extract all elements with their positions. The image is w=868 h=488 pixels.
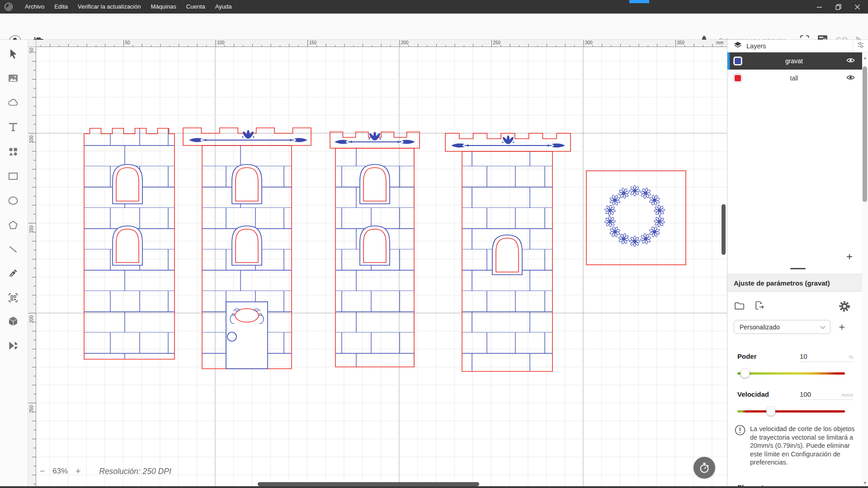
tool-box-3d-icon[interactable]	[7, 315, 20, 328]
preset-row: Personalizado +	[734, 320, 862, 334]
layer-name[interactable]: gravat	[742, 57, 846, 65]
tool-vector-extract-icon[interactable]	[7, 292, 20, 305]
power-value[interactable]: 10	[800, 352, 807, 360]
menu-edita[interactable]: Edita	[49, 0, 73, 14]
action-toolbar: Seleccione una máquina GO	[0, 14, 868, 40]
tool-material-icon[interactable]	[7, 340, 20, 352]
layers-header: Layers	[727, 40, 853, 52]
svg-text:mm: mm	[716, 40, 724, 45]
svg-text:250: 250	[29, 405, 34, 413]
panel-resize-handle[interactable]	[790, 268, 806, 269]
menu-cuenta[interactable]: Cuenta	[181, 0, 210, 14]
minimize-button[interactable]	[813, 0, 826, 13]
power-unit: %	[849, 354, 853, 360]
design-tower-1[interactable]	[84, 128, 175, 359]
zoom-in-button[interactable]: +	[75, 466, 80, 476]
window-bottom-edge	[0, 486, 868, 488]
layer-color-chip[interactable]	[734, 74, 742, 82]
speed-slider-handle[interactable]	[766, 407, 775, 416]
horizontal-scrollbar[interactable]	[258, 482, 479, 486]
power-label: Poder	[737, 352, 800, 360]
parameter-actions	[727, 299, 862, 314]
notification-indicator	[629, 0, 649, 3]
layer-row-gravat[interactable]: gravat	[727, 52, 862, 70]
canvas-area[interactable]: 50100150200250300350mm 50100150200250 − …	[28, 40, 727, 488]
menubar: ArchivoEditaVerificar la actualizaciónMá…	[20, 0, 236, 14]
preset-dropdown[interactable]: Personalizado	[734, 320, 830, 334]
svg-text:50: 50	[125, 40, 131, 45]
add-layer-button[interactable]: +	[844, 251, 855, 263]
time-estimate-button[interactable]	[693, 457, 715, 479]
ruler-corner	[28, 40, 36, 47]
svg-text:50: 50	[29, 48, 34, 53]
layers-icon	[733, 41, 742, 51]
design-tower-3[interactable]	[330, 132, 420, 367]
tool-ellipse-icon[interactable]	[7, 195, 20, 207]
speed-unit: mm/s	[841, 392, 853, 398]
add-preset-button[interactable]: +	[839, 321, 845, 333]
design-canvas[interactable]	[36, 47, 727, 488]
scrollbar-thumb[interactable]	[863, 66, 867, 202]
speed-slider[interactable]	[737, 407, 845, 416]
tool-cloud-icon[interactable]	[7, 97, 20, 109]
svg-text:250: 250	[493, 40, 501, 45]
design-tower-2[interactable]	[183, 128, 311, 369]
tool-text-icon[interactable]	[7, 121, 20, 134]
left-ruler: 50100150200250	[28, 47, 36, 488]
power-slider[interactable]	[737, 369, 845, 378]
layer-name[interactable]: tall	[742, 75, 846, 82]
menu-verificar-la-actualizaci-n[interactable]: Verificar la actualización	[73, 0, 146, 14]
menu-ayuda[interactable]: Ayuda	[210, 0, 237, 14]
tool-image-icon[interactable]	[7, 72, 20, 85]
export-parameters-icon[interactable]	[754, 300, 766, 314]
vertical-scrollbar[interactable]	[722, 204, 726, 255]
menu-archivo[interactable]: Archivo	[20, 0, 49, 14]
tool-select-icon[interactable]	[7, 48, 20, 61]
warning-icon	[735, 425, 745, 467]
layer-filter-icon[interactable]	[856, 41, 865, 51]
svg-text:100: 100	[217, 40, 225, 45]
layer-list: gravattall	[727, 52, 862, 87]
tool-line-icon[interactable]	[7, 244, 20, 256]
gear-icon[interactable]	[838, 300, 851, 315]
design-flower-square[interactable]	[586, 171, 686, 265]
svg-text:150: 150	[29, 225, 34, 233]
power-slider-handle[interactable]	[741, 369, 750, 378]
parameters-title: Ajuste de parámetros (gravat)	[727, 274, 862, 292]
tool-polygon-icon[interactable]	[7, 219, 20, 232]
menu-m-quinas[interactable]: Máquinas	[146, 0, 181, 14]
svg-text:100: 100	[29, 136, 34, 143]
tool-palette	[0, 40, 28, 488]
restore-button[interactable]	[832, 0, 844, 13]
speed-label: Velocidad	[737, 390, 800, 398]
warning-text: La velocidad de corte de los objetos de …	[750, 425, 859, 467]
folder-icon[interactable]	[734, 300, 746, 314]
scroll-up-icon[interactable]: ▲	[863, 56, 867, 60]
svg-text:200: 200	[401, 40, 409, 45]
zoom-control: − 63% + Resolución: 250 DPI	[40, 466, 171, 476]
svg-text:150: 150	[309, 40, 317, 45]
tool-rectangle-icon[interactable]	[7, 170, 20, 183]
zoom-out-button[interactable]: −	[40, 466, 45, 476]
panel-scrollbar[interactable]: ▲ ▼	[862, 53, 868, 488]
layer-visibility-eye-icon[interactable]	[846, 74, 855, 82]
layers-title: Layers	[746, 42, 766, 50]
close-button[interactable]	[851, 0, 863, 13]
layer-color-chip[interactable]	[734, 57, 742, 65]
scroll-down-icon[interactable]: ▼	[863, 481, 867, 485]
top-ruler: 50100150200250300350mm	[36, 40, 727, 47]
svg-text:300: 300	[585, 40, 593, 45]
layer-options-rail	[853, 40, 868, 52]
zoom-level: 63%	[52, 467, 68, 476]
layer-row-tall[interactable]: tall	[727, 70, 862, 87]
speed-value[interactable]: 100	[800, 390, 811, 398]
stopwatch-icon	[698, 461, 711, 474]
tool-shapes-icon[interactable]	[7, 146, 20, 159]
right-panel: Layers ▲ ▼ gravattall + Ajuste de paráme…	[727, 40, 868, 488]
svg-text:200: 200	[29, 315, 34, 323]
layer-visibility-eye-icon[interactable]	[846, 57, 855, 65]
speed-warning: La velocidad de corte de los objetos de …	[735, 425, 859, 467]
design-tower-4[interactable]	[445, 133, 571, 371]
svg-text:350: 350	[677, 40, 685, 45]
tool-pen-icon[interactable]	[7, 267, 20, 280]
